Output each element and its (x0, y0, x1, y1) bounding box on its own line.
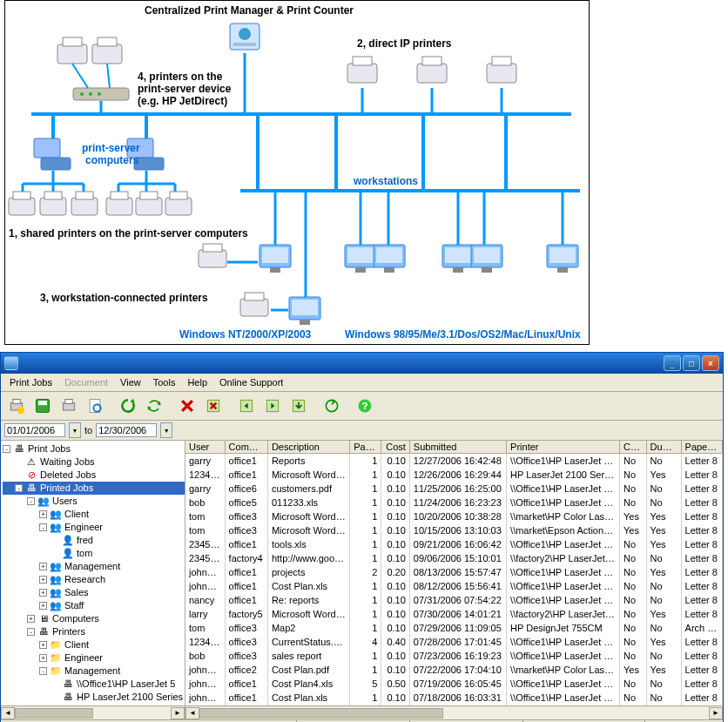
titlebar[interactable]: _ □ × (1, 353, 723, 374)
tree-printers-client[interactable]: +📁Client (3, 638, 185, 651)
tree-printers-engineer[interactable]: +📁Engineer (3, 651, 185, 665)
menu-tools[interactable]: Tools (148, 375, 181, 389)
col-cost[interactable]: Cost (381, 441, 409, 453)
svg-rect-56 (13, 192, 30, 199)
scroll-left-icon[interactable]: ◄ (1, 707, 15, 719)
tree-user-staff[interactable]: +👥Staff (3, 599, 185, 612)
refresh-icon[interactable] (116, 394, 140, 418)
label-wsprinters: 3, workstation-connected printers (40, 292, 208, 304)
tree-hp2100[interactable]: 🖶HP LaserJet 2100 Series (3, 691, 185, 704)
help-icon[interactable]: ? (353, 394, 377, 418)
tree-deleted[interactable]: ⊘Deleted Jobs (3, 469, 185, 482)
table-row[interactable]: johnsonoffice1Cost Plan4.xls50.5007/19/2… (185, 677, 723, 691)
col-submitted[interactable]: Submitted (410, 441, 507, 453)
tree-hscroll[interactable]: ◄ ► (1, 705, 185, 719)
col-pages[interactable]: Pages (350, 441, 381, 453)
table-row[interactable]: tomoffice3Microsoft Word - s...10.1010/1… (185, 523, 723, 537)
close-button[interactable]: × (702, 355, 719, 371)
minimize-button[interactable]: _ (664, 355, 681, 371)
table-row[interactable]: nancyoffice1Re: reports10.1007/31/2006 0… (185, 593, 723, 607)
svg-rect-69 (270, 267, 280, 273)
maximize-button[interactable]: □ (683, 355, 700, 371)
save-icon[interactable] (30, 394, 55, 418)
table-row[interactable]: larryfactory5Microsoft Word - D...10.100… (185, 607, 723, 621)
table-row[interactable]: garryoffice6customers.pdf10.1011/25/2006… (185, 482, 723, 496)
tree-printed[interactable]: -🖶Printed Jobs (3, 482, 185, 495)
svg-rect-57 (40, 198, 66, 215)
col-paper[interactable]: Paper Si (682, 441, 723, 453)
table-row[interactable]: boboffice3sales report10.1007/23/2006 16… (185, 649, 723, 663)
date-to-input[interactable] (96, 423, 157, 437)
col-computer[interactable]: Computer (226, 441, 268, 453)
tree-user-research[interactable]: +👥Research (3, 573, 185, 586)
tree-hp5[interactable]: 🖶\\Office1\HP LaserJet 5 (3, 678, 185, 691)
scroll-right-icon[interactable]: ► (709, 707, 723, 719)
delete-sheet-icon[interactable] (201, 394, 226, 418)
svg-point-38 (98, 92, 101, 96)
svg-point-37 (89, 92, 92, 96)
table-row[interactable]: 234567factory4http://www.googl...10.1009… (185, 551, 723, 565)
table-row[interactable]: tomoffice3Microsoft Word - S...10.1010/2… (185, 509, 723, 523)
tree-user-fred[interactable]: 👤fred (3, 534, 185, 547)
menu-view[interactable]: View (115, 375, 146, 389)
date-from-dropdown[interactable]: ▼ (69, 422, 81, 438)
col-desc[interactable]: Description (268, 441, 350, 453)
label-shared: 1, shared printers on the print-server c… (9, 227, 248, 240)
table-row[interactable]: 123456office1Microsoft Word - D...10.101… (185, 468, 723, 482)
tree[interactable]: -🖶Print Jobs ⚠Waiting Jobs ⊘Deleted Jobs… (1, 441, 185, 705)
tree-user-engineer[interactable]: -👥Engineer (3, 521, 185, 534)
table-row[interactable]: tomoffice3Map210.1007/29/2006 11:09:05HP… (185, 621, 723, 635)
label-os-left: Windows NT/2000/XP/2003 (179, 328, 311, 341)
delete-icon[interactable] (175, 394, 199, 418)
tree-user-client[interactable]: +👥Client (3, 508, 185, 521)
tree-user-tom[interactable]: 👤tom (3, 547, 185, 560)
tree-root[interactable]: -🖶Print Jobs (3, 442, 185, 455)
table-row[interactable]: johnsonoffice1Cost Plan.xls10.1007/18/20… (185, 691, 723, 705)
table-row[interactable]: 123456office3CurrentStatus.pdf40.4007/28… (185, 635, 723, 649)
tree-waiting[interactable]: ⚠Waiting Jobs (3, 455, 185, 469)
tree-printers-management[interactable]: -📁Management (3, 665, 185, 678)
menu-online-support[interactable]: Online Support (214, 375, 288, 389)
menu-help[interactable]: Help (182, 375, 212, 389)
svg-rect-98 (65, 400, 72, 404)
table-row[interactable]: johnsonoffice1Cost Plan.xls10.1008/12/20… (185, 579, 723, 593)
export-down-icon[interactable] (286, 394, 311, 418)
table-row[interactable]: garryoffice1Reports10.1012/27/2006 16:42… (185, 454, 723, 468)
col-color[interactable]: Color (620, 441, 647, 453)
app-window: _ □ × Print Jobs Document View Tools Hel… (0, 352, 724, 722)
col-left-icon[interactable] (234, 394, 259, 418)
grid-rows[interactable]: garryoffice1Reports10.1012/27/2006 16:42… (185, 454, 723, 705)
col-right-icon[interactable] (260, 394, 285, 418)
tree-printers[interactable]: -🖶Printers (3, 625, 185, 638)
label-psdevice3: (e.g. HP JetDirect) (138, 95, 227, 107)
refresh2-icon[interactable] (320, 394, 344, 418)
app-icon (4, 356, 18, 370)
date-from-input[interactable] (4, 423, 65, 437)
table-row[interactable]: johnsonoffice2Cost Plan.pdf10.1007/22/20… (185, 663, 723, 677)
preview-icon[interactable] (83, 394, 107, 418)
tree-computers[interactable]: +🖥Computers (3, 612, 185, 625)
table-row[interactable]: boboffice5011233.xls10.1011/24/2006 16:2… (185, 496, 723, 509)
menu-printjobs[interactable]: Print Jobs (4, 375, 57, 389)
svg-line-44 (107, 64, 110, 88)
table-row[interactable]: 234567office1tools.xls10.1009/21/2006 16… (185, 537, 723, 551)
table-row[interactable]: johnsonoffice1projects20.2008/13/2006 15… (185, 565, 723, 579)
date-to-dropdown[interactable]: ▼ (160, 422, 172, 438)
tree-user-sales[interactable]: +👥Sales (3, 586, 185, 599)
tree-users[interactable]: -👥Users (3, 495, 185, 508)
scroll-right-icon[interactable]: ► (171, 707, 185, 719)
print-icon[interactable] (57, 394, 81, 418)
scroll-left-icon[interactable]: ◄ (185, 707, 199, 719)
date-range-bar: ▼ to ▼ (1, 421, 723, 441)
refresh-all-icon[interactable] (142, 394, 166, 418)
printer-add-icon[interactable] (4, 394, 29, 418)
col-printer[interactable]: Printer (507, 441, 620, 453)
user-icon: 👤 (62, 535, 74, 547)
tree-user-management[interactable]: +👥Management (3, 560, 185, 573)
col-duplex[interactable]: Duplex (647, 441, 682, 453)
col-user[interactable]: User (185, 441, 226, 453)
grid-hscroll[interactable]: ◄ ► (185, 705, 723, 719)
svg-rect-86 (549, 247, 576, 263)
svg-rect-63 (136, 198, 162, 215)
user-icon: 👤 (62, 548, 74, 560)
